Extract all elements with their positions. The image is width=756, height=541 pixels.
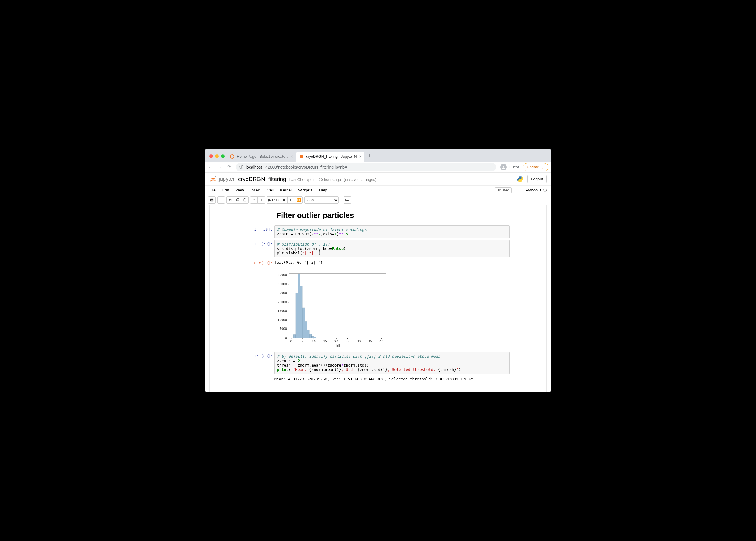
- svg-text:0: 0: [290, 340, 292, 343]
- jupyter-brand-text: jupyter: [219, 176, 235, 182]
- update-button[interactable]: Update ⋮: [523, 163, 548, 171]
- svg-rect-15: [245, 198, 245, 199]
- code-text: # By default, identify particles with ||…: [277, 354, 507, 372]
- tab-label: cryoDRGN_filtering - Jupyter N: [306, 155, 357, 159]
- command-palette-button[interactable]: [344, 197, 351, 204]
- svg-point-7: [519, 177, 520, 178]
- move-down-button[interactable]: ↓: [257, 197, 265, 204]
- tab-label: Home Page - Select or create a: [237, 155, 288, 159]
- code-text: # Distribution of ||z|| sns.distplot(zno…: [277, 242, 507, 255]
- svg-text:10000: 10000: [277, 318, 287, 321]
- new-tab-button[interactable]: +: [364, 153, 375, 162]
- browser-tab[interactable]: Home Page - Select or create a ×: [227, 152, 296, 162]
- svg-text:30: 30: [357, 340, 361, 343]
- menu-file[interactable]: File: [209, 188, 216, 192]
- copy-button[interactable]: [234, 197, 241, 204]
- trusted-badge[interactable]: Trusted: [495, 187, 512, 193]
- restart-button[interactable]: ↻: [287, 197, 295, 204]
- svg-text:35: 35: [368, 340, 372, 343]
- address-bar[interactable]: ⓘ localhost:42000/notebooks/cryoDRGN_fil…: [236, 163, 496, 171]
- code-cell[interactable]: # Compute magnitude of latent encodings …: [274, 225, 510, 238]
- in-prompt: In [58]:: [246, 225, 274, 238]
- menu-kernel[interactable]: Kernel: [280, 188, 292, 192]
- svg-rect-23: [300, 286, 302, 338]
- reload-icon[interactable]: ⟳: [226, 164, 232, 170]
- toolbar: ＋ ✂ ↑ ↓ ▶ Run ■ ↻ ⏩ CodeMarkdownRaw NBCo…: [205, 195, 551, 205]
- favicon-icon: [230, 154, 235, 159]
- cut-button[interactable]: ✂: [226, 197, 234, 204]
- svg-point-5: [215, 176, 216, 177]
- url-host: localhost: [246, 165, 262, 170]
- window-zoom-icon[interactable]: [221, 155, 225, 158]
- svg-rect-28: [312, 336, 314, 338]
- svg-text:0: 0: [285, 336, 287, 339]
- svg-point-6: [210, 181, 211, 182]
- window-minimize-icon[interactable]: [215, 155, 219, 158]
- site-info-icon[interactable]: ⓘ: [239, 165, 243, 170]
- code-cell[interactable]: # By default, identify particles with ||…: [274, 352, 510, 374]
- svg-text:25000: 25000: [277, 291, 287, 294]
- svg-text:15000: 15000: [277, 309, 287, 312]
- svg-rect-16: [346, 199, 349, 201]
- close-icon[interactable]: ×: [359, 155, 362, 159]
- restart-run-all-button[interactable]: ⏩: [295, 197, 303, 204]
- svg-text:30000: 30000: [277, 282, 287, 286]
- svg-point-0: [230, 155, 234, 158]
- svg-rect-11: [211, 200, 213, 201]
- kernel-name[interactable]: Python 3: [526, 188, 541, 192]
- notebook-title[interactable]: cryoDRGN_filtering: [238, 176, 286, 183]
- more-icon: ⋮: [541, 165, 545, 169]
- menu-widgets[interactable]: Widgets: [298, 188, 312, 192]
- svg-rect-25: [305, 321, 307, 338]
- favicon-icon: [299, 154, 304, 159]
- save-button[interactable]: [208, 197, 216, 204]
- svg-text:||z||: ||z||: [335, 344, 340, 347]
- code-cell[interactable]: # Distribution of ||z|| sns.distplot(zno…: [274, 240, 510, 257]
- svg-rect-24: [302, 307, 305, 338]
- python-icon: [517, 176, 524, 183]
- close-icon[interactable]: ×: [291, 155, 293, 159]
- menu-help[interactable]: Help: [319, 188, 327, 192]
- stdout-text: Mean: 4.017732620239258, Std: 1.51060318…: [274, 376, 474, 384]
- svg-text:5000: 5000: [280, 327, 287, 330]
- interrupt-button[interactable]: ■: [280, 197, 288, 204]
- logout-button[interactable]: Logout: [527, 175, 547, 183]
- window-close-icon[interactable]: [209, 155, 213, 158]
- add-cell-button[interactable]: ＋: [217, 197, 225, 204]
- jupyter-logo[interactable]: jupyter: [209, 175, 235, 183]
- svg-point-8: [521, 181, 522, 181]
- svg-rect-20: [293, 334, 296, 338]
- menu-bar: File Edit View Insert Cell Kernel Widget…: [205, 186, 551, 195]
- svg-text:15: 15: [323, 340, 327, 343]
- kernel-status-icon: [543, 189, 547, 192]
- output-text: Text(0.5, 0, '||z||'): [274, 259, 510, 268]
- run-button[interactable]: ▶ Run: [267, 197, 280, 204]
- histogram-chart: 0500010000150002000025000300003500005101…: [274, 271, 389, 347]
- cell-type-select[interactable]: CodeMarkdownRaw NBConvertHeading: [304, 197, 339, 204]
- notebook-area[interactable]: Filter outlier particles In [58]:# Compu…: [209, 205, 547, 392]
- menu-view[interactable]: View: [235, 188, 244, 192]
- jupyter-header: jupyter cryoDRGN_filtering Last Checkpoi…: [205, 173, 551, 186]
- mac-traffic-lights: [208, 155, 227, 162]
- svg-text:25: 25: [346, 340, 349, 343]
- svg-rect-27: [309, 334, 312, 338]
- svg-rect-10: [211, 199, 213, 200]
- out-prompt: Out[59]:: [246, 259, 274, 268]
- menu-insert[interactable]: Insert: [250, 188, 260, 192]
- profile-chip[interactable]: Guest: [500, 164, 519, 170]
- browser-tab[interactable]: cryoDRGN_filtering - Jupyter N ×: [296, 152, 364, 162]
- move-up-button[interactable]: ↑: [250, 197, 258, 204]
- in-prompt: In [60]:: [246, 352, 274, 374]
- profile-label: Guest: [509, 165, 519, 169]
- svg-point-4: [503, 166, 504, 167]
- forward-icon[interactable]: →: [217, 165, 222, 170]
- update-label: Update: [527, 165, 539, 169]
- unsaved-text: (unsaved changes): [344, 178, 377, 182]
- in-prompt: In [59]:: [246, 240, 274, 257]
- menu-edit[interactable]: Edit: [222, 188, 229, 192]
- paste-button[interactable]: [241, 197, 249, 204]
- svg-rect-26: [307, 330, 309, 338]
- menu-cell[interactable]: Cell: [267, 188, 274, 192]
- back-icon[interactable]: ←: [208, 165, 213, 170]
- url-path: :42000/notebooks/cryoDRGN_filtering.ipyn…: [264, 165, 347, 170]
